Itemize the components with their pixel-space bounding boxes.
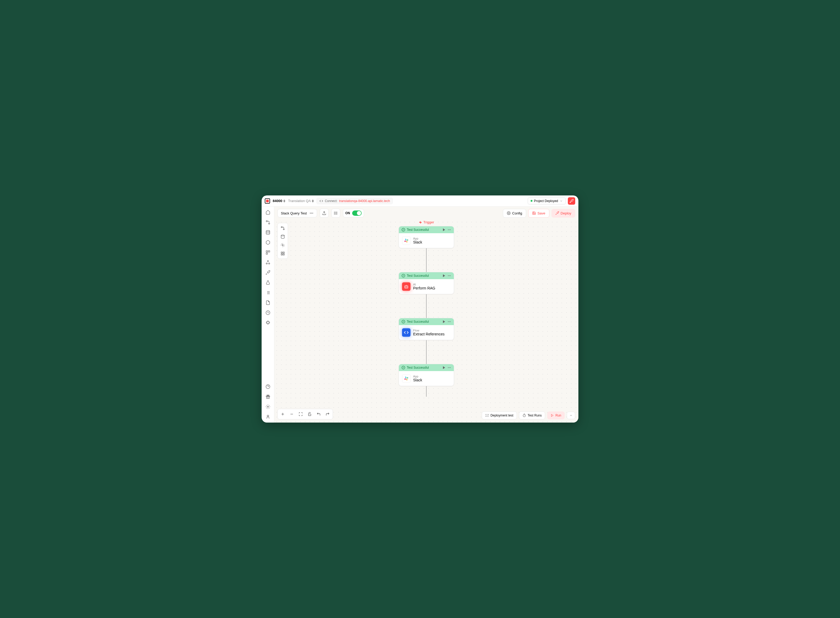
run-button[interactable]: Run bbox=[547, 412, 564, 419]
expand-button[interactable] bbox=[567, 412, 575, 419]
check-circle-icon bbox=[401, 228, 405, 232]
flow-toolbar: Slack Query Test ON Config Save bbox=[274, 206, 578, 220]
slack-icon bbox=[402, 374, 410, 383]
app-logo-icon bbox=[265, 198, 270, 204]
deploy-button[interactable]: Deploy bbox=[551, 209, 575, 218]
svg-marker-44 bbox=[443, 229, 445, 231]
launch-icon[interactable] bbox=[265, 270, 271, 275]
export-button[interactable] bbox=[320, 209, 329, 218]
rocket-button[interactable] bbox=[568, 197, 575, 205]
upload-icon bbox=[322, 211, 326, 215]
test-runs-button[interactable]: Test Runs bbox=[519, 412, 545, 419]
flow-node[interactable]: Test Successful App bbox=[399, 364, 454, 386]
svg-point-2 bbox=[266, 230, 270, 232]
more-icon[interactable] bbox=[310, 211, 314, 215]
puzzle-icon[interactable] bbox=[265, 250, 271, 255]
check-circle-icon bbox=[401, 274, 405, 278]
flow-canvas[interactable]: Trigger Test Successful bbox=[274, 220, 578, 423]
user-icon[interactable] bbox=[265, 414, 271, 419]
tool-data-button[interactable] bbox=[279, 233, 287, 241]
svg-rect-3 bbox=[266, 251, 267, 252]
help-icon[interactable] bbox=[265, 384, 271, 389]
database-icon[interactable] bbox=[265, 230, 271, 235]
flow-node[interactable]: Test Successful Flow bbox=[399, 318, 454, 340]
svg-point-21 bbox=[267, 406, 268, 407]
more-icon[interactable] bbox=[447, 228, 451, 232]
plus-icon bbox=[281, 412, 285, 416]
node-status-bar: Test Successful bbox=[399, 318, 454, 325]
redo-button[interactable] bbox=[323, 410, 332, 419]
node-body: Flow Extract References bbox=[399, 325, 454, 340]
play-icon[interactable] bbox=[442, 366, 446, 370]
svg-point-25 bbox=[312, 213, 313, 214]
more-icon[interactable] bbox=[447, 274, 451, 278]
svg-marker-49 bbox=[443, 275, 445, 277]
list-icon[interactable] bbox=[265, 290, 271, 295]
sidebar-group-4 bbox=[265, 290, 271, 315]
connector-line bbox=[426, 248, 427, 272]
svg-point-0 bbox=[266, 220, 267, 222]
project-name-selector[interactable]: Translation QA bbox=[288, 199, 314, 203]
play-icon[interactable] bbox=[442, 274, 446, 278]
settings-alt-icon[interactable] bbox=[265, 320, 271, 325]
tool-grid-button[interactable] bbox=[279, 250, 287, 257]
flow-name: Slack Query Test bbox=[281, 211, 307, 215]
gift-icon[interactable] bbox=[265, 394, 271, 399]
svg-point-8 bbox=[268, 263, 270, 264]
list-view-button[interactable] bbox=[331, 209, 340, 218]
svg-point-64 bbox=[448, 367, 449, 368]
flow-node[interactable]: Test Successful App bbox=[399, 226, 454, 248]
tool-nodes-button[interactable] bbox=[279, 224, 287, 232]
svg-point-32 bbox=[334, 214, 335, 214]
more-icon[interactable] bbox=[447, 366, 451, 370]
sidebar-group-2 bbox=[265, 240, 271, 265]
cluster-icon[interactable] bbox=[265, 260, 271, 265]
save-button[interactable]: Save bbox=[528, 209, 550, 218]
svg-point-36 bbox=[281, 235, 284, 236]
node-status-bar: Test Successful bbox=[399, 364, 454, 371]
zoom-out-button[interactable] bbox=[287, 410, 296, 419]
svg-point-66 bbox=[450, 367, 450, 368]
lock-button[interactable] bbox=[305, 410, 314, 419]
deploy-status-pill[interactable]: Project Deployed bbox=[528, 198, 566, 204]
more-icon[interactable] bbox=[447, 320, 451, 324]
enable-toggle[interactable]: ON bbox=[343, 209, 364, 217]
home-icon[interactable] bbox=[265, 210, 271, 215]
svg-marker-63 bbox=[443, 366, 445, 369]
node-text: Flow Extract References bbox=[413, 329, 444, 336]
connect-pill[interactable]: Connect: translationqa-84000.api.lamatic… bbox=[317, 198, 393, 204]
unlock-icon bbox=[308, 412, 312, 416]
flask-icon[interactable] bbox=[265, 280, 271, 285]
config-button[interactable]: Config bbox=[503, 209, 526, 218]
node-status-text: Test Successful bbox=[407, 228, 429, 232]
play-icon[interactable] bbox=[442, 228, 446, 232]
node-title: Perform RAG bbox=[413, 286, 435, 290]
sidebar-group-bottom bbox=[265, 384, 271, 419]
sort-icon bbox=[312, 200, 314, 202]
connector-line bbox=[426, 386, 427, 397]
code-icon bbox=[319, 199, 323, 203]
gear-icon[interactable] bbox=[265, 404, 271, 409]
file-icon[interactable] bbox=[265, 300, 271, 305]
clock-icon[interactable] bbox=[265, 310, 271, 315]
flow-node[interactable]: Test Successful AI bbox=[399, 272, 454, 294]
sidebar bbox=[262, 206, 274, 423]
node-category: App bbox=[413, 375, 422, 378]
flow-name-pill[interactable]: Slack Query Test bbox=[277, 209, 317, 217]
project-id-selector[interactable]: 84000 bbox=[273, 199, 285, 203]
svg-point-34 bbox=[281, 227, 282, 228]
tool-settings-button[interactable] bbox=[279, 241, 287, 249]
undo-button[interactable] bbox=[314, 410, 323, 419]
fit-button[interactable] bbox=[296, 410, 305, 419]
svg-point-55 bbox=[407, 287, 407, 287]
cube-icon[interactable] bbox=[265, 240, 271, 245]
deployment-test-button[interactable]: Deployment test bbox=[482, 412, 517, 419]
svg-point-62 bbox=[402, 366, 405, 369]
nodes-icon[interactable] bbox=[265, 220, 271, 225]
sort-icon bbox=[283, 200, 285, 202]
config-label: Config bbox=[512, 211, 522, 215]
node-category: App bbox=[413, 237, 422, 240]
zoom-in-button[interactable] bbox=[278, 410, 287, 419]
ai-icon bbox=[402, 282, 410, 291]
play-icon[interactable] bbox=[442, 320, 446, 324]
